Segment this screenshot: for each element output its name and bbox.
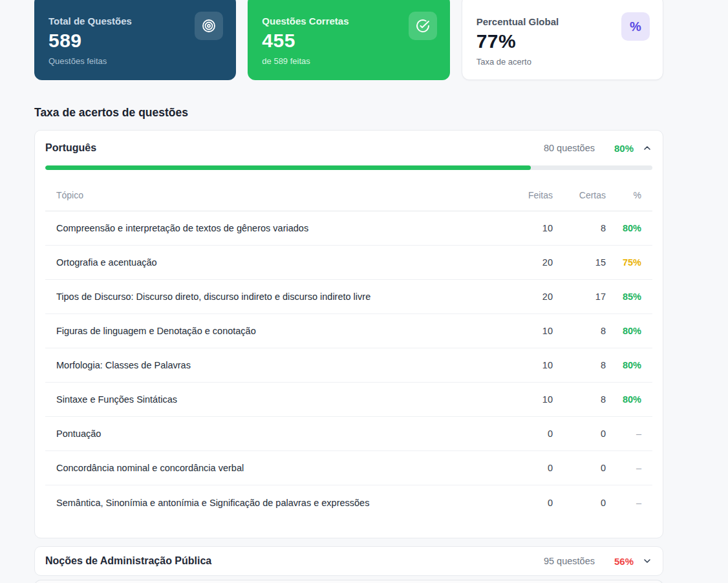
subject-accordion-header-portugues[interactable]: Português 80 questões 80% bbox=[45, 131, 652, 165]
table-row: Concordância nominal e concordância verb… bbox=[45, 451, 652, 485]
percent-cell: 80% bbox=[606, 394, 652, 405]
next-card-partial bbox=[34, 580, 663, 583]
subject-card-nocoes-adm-publica[interactable]: Noções de Administração Pública 95 quest… bbox=[34, 546, 663, 576]
section-title: Taxa de acertos de questões bbox=[34, 106, 663, 120]
chevron-up-icon[interactable] bbox=[642, 143, 652, 153]
card-subtitle: Questões feitas bbox=[48, 56, 222, 66]
done-cell: 0 bbox=[506, 463, 553, 473]
summary-card-total: Total de Questões 589 Questões feitas bbox=[34, 0, 236, 80]
table-row: Morfologia: Classes de Palavras 10 8 80% bbox=[45, 348, 652, 383]
correct-cell: 0 bbox=[553, 498, 606, 508]
percent-cell: – bbox=[606, 498, 652, 508]
correct-cell: 17 bbox=[553, 292, 606, 302]
table-row: Tipos de Discurso: Discurso direto, disc… bbox=[45, 280, 652, 314]
done-header: Feitas bbox=[506, 190, 553, 200]
done-cell: 0 bbox=[506, 429, 553, 439]
topics-table: Tópico Feitas Certas % Compreensão e int… bbox=[45, 179, 652, 520]
subject-card-portugues: Português 80 questões 80% Tópico Feitas … bbox=[34, 130, 663, 538]
correct-cell: 8 bbox=[553, 394, 606, 405]
percent-cell: – bbox=[606, 463, 652, 473]
question-count: 95 questões bbox=[544, 556, 595, 566]
percent-icon: % bbox=[621, 12, 650, 41]
correct-cell: 8 bbox=[553, 326, 606, 336]
done-cell: 20 bbox=[506, 257, 553, 268]
card-subtitle: Taxa de acerto bbox=[476, 57, 648, 67]
dashboard-page: Total de Questões 589 Questões feitas Qu… bbox=[34, 0, 663, 583]
chevron-down-icon[interactable] bbox=[642, 556, 652, 566]
progress-fill bbox=[45, 165, 531, 170]
subject-name: Português bbox=[45, 142, 96, 154]
percent-cell: 80% bbox=[606, 223, 652, 233]
topic-cell: Ortografia e acentuação bbox=[45, 257, 506, 268]
done-cell: 0 bbox=[506, 498, 553, 508]
topic-cell: Semântica, Sinonímia e antonímia e Signi… bbox=[45, 498, 506, 508]
summary-card-percentual: % Percentual Global 77% Taxa de acerto bbox=[462, 0, 663, 80]
percent-cell: – bbox=[606, 429, 652, 439]
subject-name: Noções de Administração Pública bbox=[45, 555, 211, 567]
topic-cell: Compreensão e interpretação de textos de… bbox=[45, 223, 506, 233]
correct-cell: 8 bbox=[553, 223, 606, 233]
correct-header: Certas bbox=[553, 190, 606, 200]
topic-cell: Sintaxe e Funções Sintáticas bbox=[45, 394, 506, 405]
table-header-row: Tópico Feitas Certas % bbox=[45, 179, 652, 211]
percent-cell: 80% bbox=[606, 360, 652, 370]
percent-cell: 80% bbox=[606, 326, 652, 336]
question-count: 80 questões bbox=[544, 143, 595, 153]
correct-cell: 15 bbox=[553, 257, 606, 268]
table-row: Compreensão e interpretação de textos de… bbox=[45, 211, 652, 246]
done-cell: 10 bbox=[506, 326, 553, 336]
progress-bar bbox=[45, 165, 652, 170]
table-row: Sintaxe e Funções Sintáticas 10 8 80% bbox=[45, 383, 652, 417]
subject-percent: 80% bbox=[614, 143, 634, 154]
topic-cell: Pontuação bbox=[45, 429, 506, 439]
done-cell: 20 bbox=[506, 292, 553, 302]
summary-cards: Total de Questões 589 Questões feitas Qu… bbox=[34, 0, 663, 80]
subject-percent: 56% bbox=[614, 556, 634, 567]
percent-header: % bbox=[606, 190, 652, 200]
correct-cell: 8 bbox=[553, 360, 606, 370]
topic-cell: Morfologia: Classes de Palavras bbox=[45, 360, 506, 370]
summary-card-corretas: Questões Corretas 455 de 589 feitas bbox=[248, 0, 449, 80]
topic-cell: Concordância nominal e concordância verb… bbox=[45, 463, 506, 473]
card-subtitle: de 589 feitas bbox=[262, 56, 435, 66]
topic-cell: Tipos de Discurso: Discurso direto, disc… bbox=[45, 292, 506, 302]
table-row: Ortografia e acentuação 20 15 75% bbox=[45, 246, 652, 280]
table-body: Compreensão e interpretação de textos de… bbox=[45, 211, 652, 520]
table-row: Semântica, Sinonímia e antonímia e Signi… bbox=[45, 485, 652, 520]
target-icon bbox=[195, 12, 223, 40]
done-cell: 10 bbox=[506, 394, 553, 405]
done-cell: 10 bbox=[506, 223, 553, 233]
correct-cell: 0 bbox=[553, 429, 606, 439]
topic-cell: Figuras de linguagem e Denotação e conot… bbox=[45, 326, 506, 336]
topic-header: Tópico bbox=[45, 190, 506, 200]
check-circle-icon bbox=[409, 12, 437, 40]
correct-cell: 0 bbox=[553, 463, 606, 473]
table-row: Figuras de linguagem e Denotação e conot… bbox=[45, 314, 652, 348]
percent-cell: 85% bbox=[606, 292, 652, 302]
percent-cell: 75% bbox=[606, 257, 652, 268]
done-cell: 10 bbox=[506, 360, 553, 370]
table-row: Pontuação 0 0 – bbox=[45, 417, 652, 451]
